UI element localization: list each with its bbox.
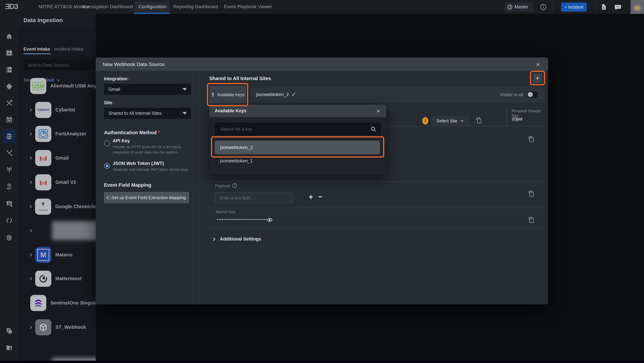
copy-icon[interactable] [528, 136, 534, 143]
nav-event-playbook-viewer[interactable]: Event Playbook Viewer [224, 4, 272, 9]
fortianalyzer-logo [35, 126, 51, 142]
source-row-sentinelone[interactable]: SentinelOne Singularity [18, 291, 96, 315]
chevron-right-icon[interactable] [28, 156, 33, 161]
fingerprint-icon[interactable] [6, 234, 13, 241]
nav-configuration[interactable]: Configuration [138, 4, 166, 9]
secret-key-masked-value: •••••••••••••••••••••••••••••• [217, 218, 267, 221]
chat-icon[interactable] [614, 4, 622, 11]
source-label: FortiAnalyzer [55, 131, 86, 137]
source-row-matano[interactable]: M Matano [18, 243, 96, 267]
mapping-lines-icon [106, 195, 109, 200]
source-label: Mattermost [55, 276, 82, 281]
chevron-right-icon[interactable] [28, 228, 33, 233]
source-row-cyberint[interactable]: Cyberint CyberInt [18, 98, 96, 122]
home-icon[interactable] [6, 33, 13, 40]
add-payload-key-button[interactable]: + [309, 193, 313, 201]
scheduled-playbook-icon[interactable] [6, 49, 13, 57]
source-row-redacted[interactable] [18, 219, 96, 243]
search-data-sources-field[interactable] [24, 59, 96, 70]
visible-to-all-toggle[interactable] [527, 91, 538, 98]
new-incident-button[interactable]: + Incident [561, 2, 587, 11]
release-notes-icon[interactable] [600, 3, 607, 10]
tab-incident-intake[interactable]: Incident Intake [54, 46, 84, 52]
vertical-divider [506, 108, 507, 126]
popup-header: Available Keys × [210, 105, 386, 117]
chevron-right-icon[interactable] [28, 252, 33, 257]
integrations-puzzle-icon[interactable] [6, 83, 13, 90]
chevron-right-icon[interactable] [28, 325, 33, 330]
remove-payload-key-button[interactable]: − [318, 193, 322, 201]
sync-icon[interactable] [6, 217, 13, 224]
select-site-dropdown[interactable]: Select Site [431, 116, 470, 126]
edit-pencil-icon[interactable] [291, 92, 296, 97]
integration-select[interactable]: Gmail [104, 84, 191, 95]
st-webhook-logo [35, 319, 51, 335]
copy-icon[interactable] [528, 190, 534, 197]
copy-pages-icon[interactable] [6, 327, 13, 335]
radio-api-key[interactable] [104, 140, 110, 146]
help-icon[interactable] [232, 183, 237, 188]
chevron-right-icon[interactable] [28, 180, 33, 185]
chevron-right-icon[interactable] [28, 107, 33, 112]
broadcast-antenna-icon[interactable] [6, 166, 13, 173]
source-row-st-webhook[interactable]: ST_Webhook [18, 315, 96, 339]
close-icon[interactable]: × [536, 61, 540, 68]
site-selector-dropdown[interactable]: Master [504, 2, 533, 11]
eye-icon[interactable] [266, 217, 273, 223]
source-label: CyberInt [55, 107, 75, 113]
source-row-mattermost[interactable]: Mattermost [18, 267, 96, 291]
source-label: SentinelOne Singularity [50, 300, 96, 306]
playbook-library-icon[interactable] [6, 66, 13, 73]
source-row-fortianalyzer[interactable]: FortiAnalyzer [18, 122, 96, 146]
incident-report-icon[interactable] [6, 200, 13, 207]
user-folder-icon[interactable] [6, 344, 13, 351]
nav-mitre-attck-monitor[interactable]: MITRE ATT&CK Monitor [38, 4, 90, 9]
web-globe-icon[interactable] [6, 183, 13, 190]
copy-icon[interactable] [475, 117, 482, 124]
popup-title: Available Keys [215, 108, 246, 113]
key-item-jsonwebtoken-2[interactable]: jsonwebtoken_2 [215, 141, 380, 154]
key-search-input[interactable] [220, 122, 368, 136]
row-divider [208, 181, 544, 182]
copy-icon[interactable] [528, 217, 534, 224]
cyberint-logo: Cyberint [35, 102, 51, 118]
active-tab-underline [134, 13, 170, 14]
active-key-tab-bar[interactable]: jsonwebtoken_2 Visible to all [251, 87, 545, 103]
topbar-divider [596, 3, 596, 11]
key-search-field[interactable] [215, 122, 381, 135]
chevron-right-icon[interactable] [28, 131, 33, 136]
avatar[interactable] [630, 0, 644, 14]
search-input[interactable] [27, 59, 96, 70]
info-icon[interactable] [540, 4, 546, 10]
source-row-alienvault[interactable]: ALIENVAULT USM ANYWHERE AlienVault USM A… [18, 74, 96, 98]
source-label: ST_Webhook [55, 325, 86, 330]
chevron-right-icon [212, 237, 216, 242]
source-label: Gmail V2 [55, 179, 76, 185]
source-row-google-chronicle[interactable]: chronicle Google Chronicle [18, 195, 96, 219]
connection-graph-icon[interactable] [6, 149, 13, 157]
key-item-jsonwebtoken-1[interactable]: jsonwebtoken_1 [220, 158, 253, 164]
payload-key-field[interactable] [215, 193, 293, 203]
available-keys-button[interactable]: Available Keys [209, 86, 246, 104]
shared-sites-heading: Shared to All Internal Sites [209, 76, 271, 81]
add-key-button[interactable]: + [533, 73, 542, 83]
setup-field-extraction-button[interactable]: Set up Event Field Extraction Mapping [104, 192, 189, 203]
nav-reporting-dashboard[interactable]: Reporting Dashboard [174, 4, 218, 9]
site-select[interactable]: Shared to All Internal Sites [104, 108, 191, 119]
radio-jwt[interactable] [104, 163, 110, 169]
source-row-gmail-v2[interactable]: Gmail V2 [18, 170, 96, 194]
source-row-gmail[interactable]: Gmail [18, 146, 96, 170]
warning-icon: ! [422, 117, 428, 124]
nav-investigation-dashboard[interactable]: Investigation Dashboard [82, 4, 133, 9]
data-ingestion-icon[interactable] [6, 133, 13, 140]
calendar-icon[interactable] [6, 116, 13, 123]
utility-tools-icon[interactable] [6, 99, 13, 107]
tab-event-intake[interactable]: Event Intake [24, 46, 50, 52]
chevron-right-icon[interactable] [28, 276, 33, 281]
close-icon[interactable]: × [376, 108, 380, 115]
modal-column-divider [200, 71, 200, 304]
additional-settings-expander[interactable]: Additional Settings [212, 237, 261, 242]
payload-key-input[interactable] [220, 193, 289, 203]
site-label: Site * [104, 100, 114, 105]
chevron-right-icon[interactable] [28, 204, 33, 209]
